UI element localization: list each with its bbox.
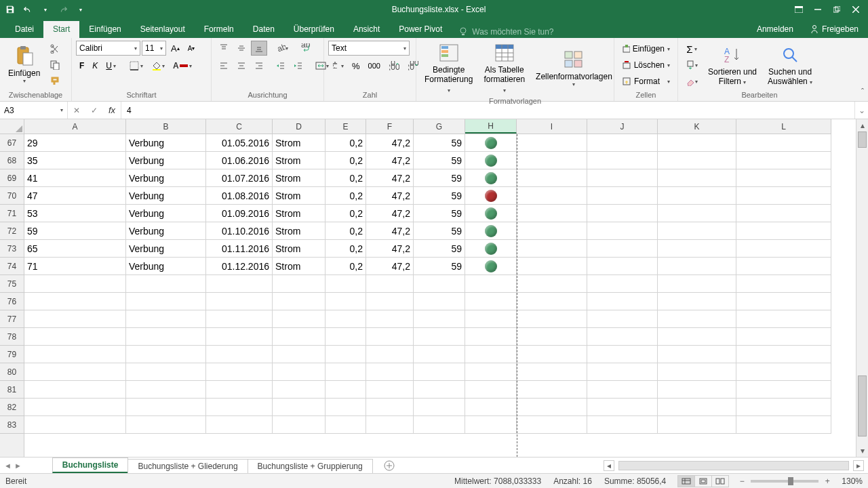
cell[interactable]: [366, 310, 414, 328]
normal-view-button[interactable]: [677, 475, 695, 487]
cell[interactable]: Verbung: [126, 240, 206, 258]
cell[interactable]: 01.06.2016: [206, 152, 273, 169]
cell[interactable]: 0,2: [326, 169, 366, 187]
row-header-71[interactable]: 71: [0, 205, 24, 222]
row-header-75[interactable]: 75: [0, 275, 24, 293]
cell[interactable]: [736, 152, 831, 169]
cell[interactable]: [326, 416, 366, 434]
zoom-in-button[interactable]: +: [823, 476, 832, 486]
cell[interactable]: 59: [414, 152, 465, 169]
number-format-dropdown[interactable]: Text▾: [328, 41, 410, 56]
cell[interactable]: [273, 275, 326, 293]
sheet-next-button[interactable]: ►: [14, 462, 22, 470]
cell[interactable]: 47,2: [366, 258, 414, 275]
cell[interactable]: [366, 275, 414, 293]
cell[interactable]: [126, 328, 206, 346]
cell[interactable]: [658, 134, 736, 152]
cell[interactable]: [736, 187, 831, 205]
cell[interactable]: Strom: [273, 240, 326, 258]
cell[interactable]: [465, 187, 517, 205]
row-header-82[interactable]: 82: [0, 399, 24, 416]
cell[interactable]: [736, 310, 831, 328]
cell[interactable]: [517, 134, 587, 152]
cell[interactable]: [206, 346, 273, 363]
fx-icon[interactable]: fx: [103, 105, 121, 115]
cell[interactable]: 59: [414, 134, 465, 152]
cell[interactable]: [736, 258, 831, 275]
cell[interactable]: [517, 363, 587, 381]
cell[interactable]: [465, 328, 517, 346]
col-header-B[interactable]: B: [126, 119, 206, 134]
cell[interactable]: Strom: [273, 258, 326, 275]
zoom-slider[interactable]: [751, 480, 818, 483]
cell[interactable]: [465, 310, 517, 328]
copy-button[interactable]: [47, 58, 63, 73]
cell[interactable]: [366, 416, 414, 434]
clear-button[interactable]: ▾: [682, 74, 701, 89]
cell[interactable]: [465, 381, 517, 399]
hscroll-right-button[interactable]: ▸: [853, 460, 864, 471]
decrease-indent-button[interactable]: [273, 58, 289, 73]
cell[interactable]: [587, 293, 658, 310]
format-as-table-button[interactable]: Als Tabelle formatieren ▾: [479, 41, 529, 96]
cell[interactable]: Strom: [273, 205, 326, 222]
scroll-down-button[interactable]: ▾: [856, 445, 868, 457]
row-header-74[interactable]: 74: [0, 258, 24, 275]
cell[interactable]: [658, 240, 736, 258]
cell[interactable]: [517, 222, 587, 240]
cell[interactable]: [587, 240, 658, 258]
cell[interactable]: [587, 381, 658, 399]
decrease-font-button[interactable]: A▾: [184, 41, 199, 56]
ribbon-tab-ansicht[interactable]: Ansicht: [344, 21, 389, 38]
format-cells-button[interactable]: Format▾: [618, 74, 673, 89]
cell[interactable]: [326, 293, 366, 310]
cell[interactable]: [465, 134, 517, 152]
cell[interactable]: [587, 152, 658, 169]
cell[interactable]: 47,2: [366, 222, 414, 240]
zoom-out-button[interactable]: −: [737, 476, 747, 486]
sheet-tab[interactable]: Buchungsliste + Gruppierung: [248, 459, 373, 473]
paste-button[interactable]: Einfügen ▾: [4, 44, 44, 86]
wrap-text-button[interactable]: ab: [297, 41, 315, 56]
cell-styles-button[interactable]: Zellenformatvorlagen ▾: [532, 47, 616, 89]
cell[interactable]: [736, 293, 831, 310]
align-left-button[interactable]: [216, 58, 232, 73]
share-button[interactable]: Freigeben: [802, 22, 867, 37]
scroll-up-button[interactable]: ▴: [856, 119, 868, 131]
col-header-K[interactable]: K: [658, 119, 736, 134]
cell[interactable]: 59: [414, 258, 465, 275]
cell[interactable]: [587, 222, 658, 240]
cell[interactable]: [366, 363, 414, 381]
cell[interactable]: 47,2: [366, 205, 414, 222]
undo-dropdown[interactable]: ▼: [38, 2, 53, 17]
cell[interactable]: [517, 381, 587, 399]
cell[interactable]: 0,2: [326, 152, 366, 169]
cell[interactable]: [24, 416, 126, 434]
underline-button[interactable]: U▾: [102, 58, 119, 73]
cell[interactable]: 53: [24, 205, 126, 222]
cell[interactable]: 47,2: [366, 187, 414, 205]
ribbon-tab-daten[interactable]: Daten: [243, 21, 284, 38]
cell[interactable]: [465, 240, 517, 258]
orientation-button[interactable]: ab▾: [273, 41, 292, 56]
cell[interactable]: Strom: [273, 169, 326, 187]
cell[interactable]: [658, 275, 736, 293]
cell[interactable]: [206, 310, 273, 328]
cell[interactable]: [273, 310, 326, 328]
cell[interactable]: [517, 152, 587, 169]
cell[interactable]: [414, 363, 465, 381]
row-header-72[interactable]: 72: [0, 222, 24, 240]
cell[interactable]: [126, 293, 206, 310]
cell[interactable]: 47,2: [366, 240, 414, 258]
sheet-tab[interactable]: Buchungsliste + Gliederung: [127, 459, 248, 473]
ribbon-tab-datei[interactable]: Datei: [5, 21, 43, 38]
hscroll-left-button[interactable]: ◂: [604, 460, 614, 471]
cell[interactable]: [326, 363, 366, 381]
cell[interactable]: Verbung: [126, 205, 206, 222]
cell[interactable]: [658, 222, 736, 240]
cell[interactable]: [465, 363, 517, 381]
col-header-G[interactable]: G: [414, 119, 465, 134]
cell[interactable]: [24, 328, 126, 346]
cell[interactable]: Strom: [273, 222, 326, 240]
cell[interactable]: [736, 381, 831, 399]
